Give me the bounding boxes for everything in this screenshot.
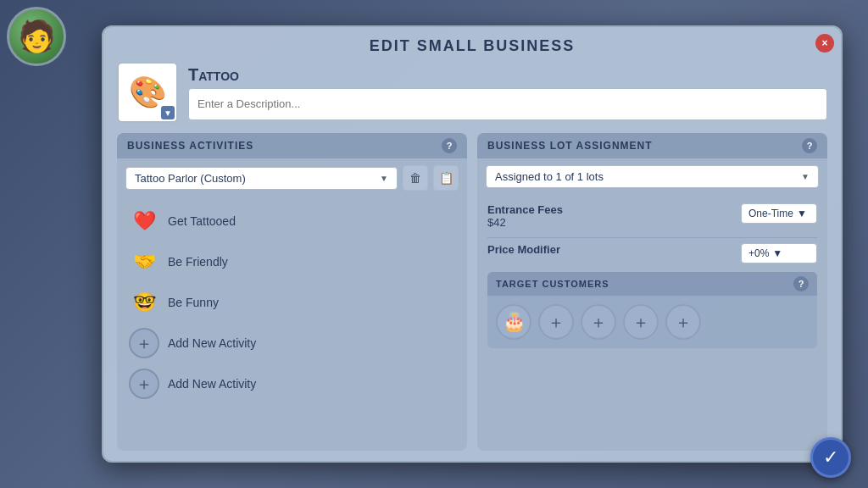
- dialog-title: Edit Small Business: [103, 27, 841, 62]
- target-customer-add-1[interactable]: ＋: [538, 304, 574, 340]
- add-customer-icon-3: ＋: [632, 311, 649, 334]
- target-customers-title: Target Customers: [496, 279, 609, 289]
- price-modifier-dropdown[interactable]: +0% ▼: [741, 243, 817, 263]
- copy-activity-button[interactable]: 📋: [433, 165, 459, 191]
- entrance-fees-type-value: One-Time: [748, 208, 793, 219]
- add-activity-icon-2: ＋: [129, 369, 159, 399]
- activity-item-be-funny[interactable]: 🤓 Be Funny: [124, 282, 460, 323]
- activity-label-tattoo: Get Tattooed: [168, 214, 236, 228]
- business-name: Tattoo: [188, 65, 827, 85]
- activity-icon-friendly: 🤝: [129, 247, 159, 277]
- activities-panel-title: Business Activities: [127, 140, 253, 152]
- activity-item-get-tattooed[interactable]: ❤️ Get Tattooed: [124, 201, 460, 241]
- lot-help-button[interactable]: ?: [802, 138, 817, 153]
- confirm-button[interactable]: ✓: [810, 437, 851, 478]
- price-modifier-value: +0%: [748, 247, 769, 259]
- business-icon-emoji: 🎨: [129, 75, 167, 110]
- entrance-fees-label: Entrance Fees: [487, 203, 563, 216]
- price-modifier-arrow: ▼: [772, 247, 782, 259]
- target-customers-panel: Target Customers ? 🎂 ＋ ＋: [487, 272, 817, 348]
- activities-dropdown-value: Tattoo Parlor (Custom): [135, 172, 246, 185]
- business-icon: 🎨 ▼: [117, 62, 178, 123]
- birthday-icon: 🎂: [503, 311, 526, 333]
- add-activity-icon-1: ＋: [129, 328, 159, 358]
- activities-panel-header: Business Activities ?: [117, 133, 467, 158]
- activity-icon-tattoo: ❤️: [129, 206, 159, 236]
- add-customer-icon-2: ＋: [590, 311, 607, 334]
- add-activity-button-1[interactable]: ＋ Add New Activity: [124, 323, 460, 363]
- business-name-section: Tattoo: [188, 65, 827, 120]
- add-customer-icon-1: ＋: [548, 311, 565, 334]
- description-input[interactable]: [188, 88, 827, 120]
- target-customers-header: Target Customers ?: [487, 272, 817, 296]
- avatar-icon: 🧑: [18, 21, 56, 52]
- close-button[interactable]: ×: [815, 34, 834, 53]
- entrance-fees-amount: $42: [487, 216, 563, 229]
- lot-panel-title: Business Lot Assignment: [487, 140, 653, 152]
- activities-dropdown-arrow: ▼: [380, 174, 388, 183]
- activity-list: ❤️ Get Tattooed 🤝 Be Friendly 🤓 Be Funny…: [117, 197, 467, 451]
- add-customer-icon-4: ＋: [675, 311, 692, 334]
- lot-panel: Business Lot Assignment ? Assigned to 1 …: [477, 133, 827, 451]
- entrance-fees-type-arrow: ▼: [797, 208, 807, 219]
- avatar: 🧑: [7, 7, 66, 66]
- panels-container: Business Activities ? Tattoo Parlor (Cus…: [103, 133, 841, 461]
- target-customer-add-2[interactable]: ＋: [581, 304, 616, 340]
- add-activity-label-1: Add New Activity: [168, 336, 256, 350]
- entrance-fees-info: Entrance Fees $42: [487, 203, 563, 229]
- target-customer-add-4[interactable]: ＋: [665, 304, 701, 340]
- activities-dropdown[interactable]: Tattoo Parlor (Custom) ▼: [125, 167, 398, 190]
- activities-panel: Business Activities ? Tattoo Parlor (Cus…: [117, 133, 467, 451]
- add-activity-label-2: Add New Activity: [168, 377, 256, 391]
- target-customer-add-3[interactable]: ＋: [623, 304, 659, 340]
- lot-dropdown-value: Assigned to 1 of 1 lots: [495, 170, 604, 183]
- entrance-fees-row: Entrance Fees $42 One-Time ▼: [487, 203, 817, 229]
- activity-label-funny: Be Funny: [168, 296, 219, 309]
- divider-1: [487, 237, 817, 238]
- activities-help-button[interactable]: ?: [442, 138, 457, 153]
- entrance-fees-section: Entrance Fees $42 One-Time ▼: [487, 203, 817, 229]
- edit-dialog: × Edit Small Business 🎨 ▼ Tattoo Busines…: [102, 25, 843, 463]
- price-modifier-section: Price Modifier +0% ▼: [487, 243, 817, 263]
- price-modifier-row: Price Modifier +0% ▼: [487, 243, 817, 263]
- delete-activity-button[interactable]: 🗑: [403, 165, 428, 191]
- target-customer-birthday[interactable]: 🎂: [496, 304, 531, 340]
- lot-dropdown[interactable]: Assigned to 1 of 1 lots ▼: [486, 165, 819, 188]
- entrance-fees-type-dropdown[interactable]: One-Time ▼: [741, 203, 817, 224]
- lot-panel-content: Entrance Fees $42 One-Time ▼ Price Modif…: [477, 195, 827, 451]
- activity-label-friendly: Be Friendly: [168, 255, 228, 269]
- activity-icon-funny: 🤓: [129, 287, 159, 318]
- activities-dropdown-row: Tattoo Parlor (Custom) ▼ 🗑 📋: [117, 158, 467, 197]
- business-header: 🎨 ▼ Tattoo: [103, 62, 841, 133]
- lot-dropdown-row: Assigned to 1 of 1 lots ▼: [477, 158, 827, 195]
- target-customers-help-button[interactable]: ?: [793, 276, 809, 291]
- activity-item-be-friendly[interactable]: 🤝 Be Friendly: [124, 241, 460, 282]
- lot-dropdown-arrow: ▼: [801, 172, 810, 181]
- lot-panel-header: Business Lot Assignment ?: [477, 133, 827, 158]
- business-icon-badge: ▼: [161, 106, 175, 119]
- target-customers-icons: 🎂 ＋ ＋ ＋ ＋: [487, 296, 817, 348]
- price-modifier-label: Price Modifier: [487, 243, 560, 256]
- add-activity-button-2[interactable]: ＋ Add New Activity: [124, 363, 460, 404]
